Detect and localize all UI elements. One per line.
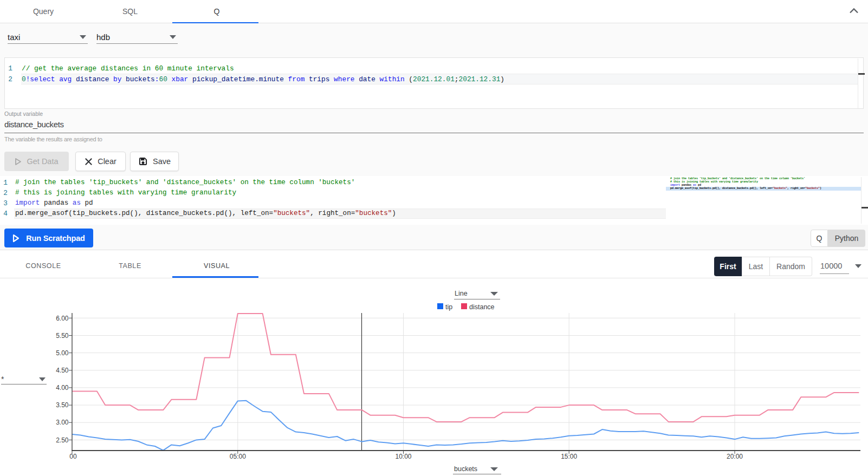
svg-text:20:00: 20:00 [727,453,743,460]
svg-text:2.50: 2.50 [56,436,69,444]
svg-text:6.00: 6.00 [56,315,69,322]
svg-text:3.50: 3.50 [56,401,69,409]
svg-text:4.50: 4.50 [56,367,69,374]
svg-text:00: 00 [69,453,77,460]
svg-text:15:00: 15:00 [561,453,577,460]
svg-text:3.00: 3.00 [56,419,69,426]
svg-text:05:00: 05:00 [230,453,246,460]
svg-text:10:00: 10:00 [395,453,411,460]
svg-text:4.00: 4.00 [56,384,69,392]
svg-text:5.50: 5.50 [56,332,69,340]
svg-text:5.00: 5.00 [56,349,69,357]
